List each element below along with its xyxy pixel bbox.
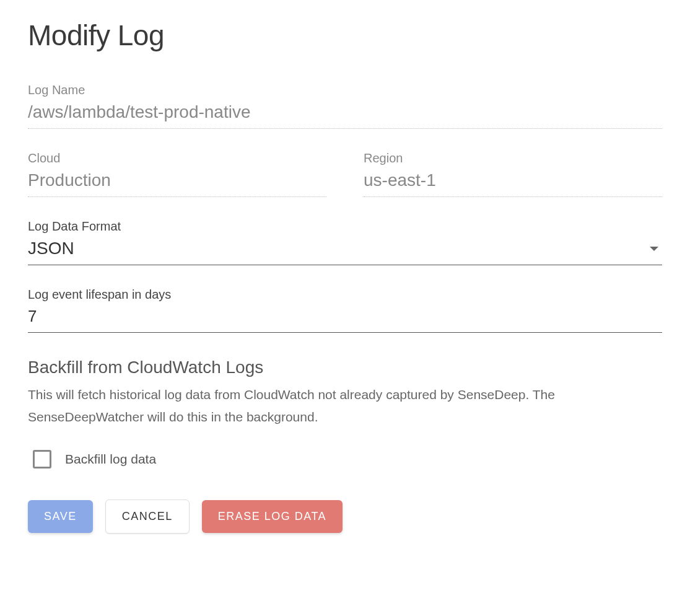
format-field-wrapper: Log Data Format JSON <box>28 219 662 265</box>
cloud-label: Cloud <box>28 151 326 165</box>
backfill-description: This will fetch historical log data from… <box>28 384 662 428</box>
cloud-field: Cloud Production <box>28 151 326 197</box>
chevron-down-icon <box>650 247 658 251</box>
lifespan-input[interactable] <box>28 307 662 333</box>
region-field: Region us-east-1 <box>364 151 662 197</box>
backfill-title: Backfill from CloudWatch Logs <box>28 358 662 377</box>
backfill-checkbox-label[interactable]: Backfill log data <box>65 452 156 467</box>
region-value: us-east-1 <box>364 170 662 197</box>
backfill-checkbox[interactable] <box>33 450 51 469</box>
page-title: Modify Log <box>28 19 662 52</box>
cloud-value: Production <box>28 170 326 197</box>
lifespan-field-wrapper: Log event lifespan in days <box>28 288 662 333</box>
log-name-label: Log Name <box>28 83 662 97</box>
region-label: Region <box>364 151 662 165</box>
lifespan-label: Log event lifespan in days <box>28 288 662 302</box>
erase-button[interactable]: Erase Log Data <box>202 500 343 533</box>
log-name-value: /aws/lambda/test-prod-native <box>28 102 662 129</box>
format-select[interactable]: JSON <box>28 239 662 265</box>
format-value: JSON <box>28 239 74 258</box>
log-name-field: Log Name /aws/lambda/test-prod-native <box>28 83 662 129</box>
cancel-button[interactable]: Cancel <box>105 499 190 534</box>
format-label: Log Data Format <box>28 219 662 234</box>
save-button[interactable]: Save <box>28 500 93 533</box>
